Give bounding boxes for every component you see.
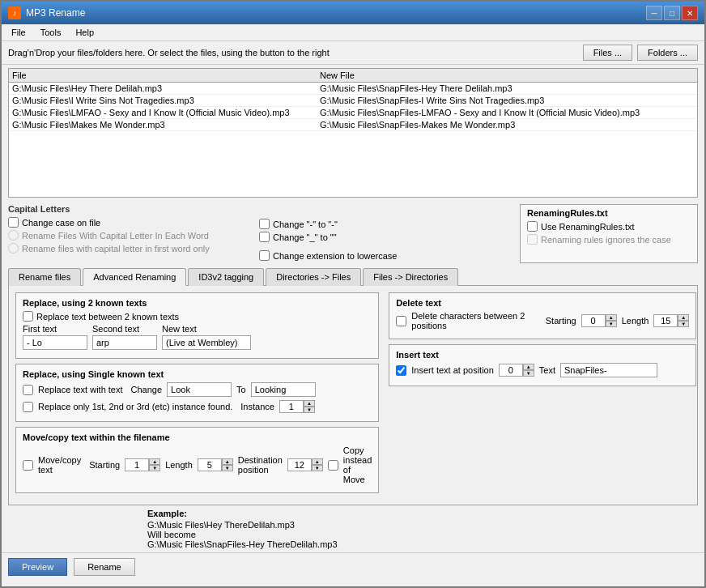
tab-files-to-dir[interactable]: Files -> Directories [363,268,458,286]
instance-spin-down[interactable]: ▼ [304,407,315,413]
length-value-input[interactable] [198,458,222,471]
move-copy-checkbox[interactable] [23,460,33,471]
delete-checkbox[interactable] [396,316,406,326]
dest-spin-down[interactable]: ▼ [312,465,323,471]
table-row[interactable]: G:\Music Files\Makes Me Wonder.mp3 G:\Mu… [9,119,697,131]
insert-position-input[interactable] [499,364,523,377]
rename-first-word-label: Rename files with capital letter in firs… [22,244,210,254]
tab-dir-to-files[interactable]: Directories -> Files [266,268,361,286]
to-value-input[interactable] [251,382,316,397]
middle-options: Change "-" to "-" Change "_" to "" Chang… [259,204,512,263]
menu-file[interactable]: File [5,26,32,39]
change-dash-label: Change "-" to "-" [273,219,338,229]
starting-spin-down[interactable]: ▼ [149,465,160,471]
dest-value-input[interactable] [287,458,312,471]
table-row[interactable]: G:\Music Files\I Write Sins Not Tragedie… [9,95,697,107]
newfile-cell: G:\Music Files\SnapFiles-I Write Sins No… [320,96,694,105]
replace-text-label: Replace text with text [38,385,123,394]
replace-between-checkbox[interactable] [23,311,33,322]
tab-advanced-renaming[interactable]: Advanced Renaming [83,268,186,286]
change-value-input[interactable] [167,382,232,397]
change-dash-checkbox[interactable] [259,219,270,229]
starting-spin-up[interactable]: ▲ [149,458,160,465]
instance-spin-up[interactable]: ▲ [304,400,315,407]
delete-length-down[interactable]: ▼ [678,321,689,327]
table-row[interactable]: G:\Music Files\LMFAO - Sexy and I Know I… [9,107,697,119]
rename-first-word-row: Rename files with capital letter in firs… [8,243,251,254]
delete-length-up[interactable]: ▲ [678,314,689,321]
instance-checkbox[interactable] [23,402,33,412]
main-window: ♪ MP3 Rename ─ □ ✕ File Tools Help Drag'… [0,0,706,588]
titlebar: ♪ MP3 Rename ─ □ ✕ [2,2,704,24]
dest-label: Destination position [238,455,283,475]
ignore-case-checkbox[interactable] [527,234,538,245]
delete-starting-down[interactable]: ▼ [606,321,617,327]
change-underscore-label: Change "_" to "" [273,232,337,242]
instance-spinbox: ▲ ▼ [279,400,315,413]
instance-spinbox-buttons: ▲ ▼ [304,400,315,413]
rename-each-word-label: Rename Files With Capital Letter In Each… [22,231,209,241]
change-extension-label: Change extension to lowercase [273,251,397,261]
change-extension-checkbox[interactable] [259,250,270,261]
insert-pos-up[interactable]: ▲ [523,364,534,370]
app-icon: ♪ [8,6,21,19]
insert-checkbox[interactable] [396,365,406,376]
rename-first-word-radio[interactable] [8,243,19,254]
files-button[interactable]: Files ... [583,45,632,61]
delete-length-buttons: ▲ ▼ [678,314,689,327]
first-text-input[interactable] [23,335,87,350]
delete-title: Delete text [396,298,689,308]
preview-button[interactable]: Preview [8,558,67,576]
file-cell: G:\Music Files\Makes Me Wonder.mp3 [12,120,320,130]
second-text-input[interactable] [92,335,157,350]
new-text-input[interactable] [162,335,251,350]
table-row[interactable]: G:\Music Files\Hey There Delilah.mp3 G:\… [9,83,697,95]
starting-value-input[interactable] [125,458,149,471]
delete-length-input[interactable] [653,314,678,327]
instance-label2: Instance [240,402,274,411]
move-copy-row: Move/copy text Starting ▲ ▼ Length [23,445,372,484]
instance-value-input[interactable] [279,400,304,413]
tabs-header: Rename files Advanced Renaming ID3v2 tag… [8,268,698,286]
use-renaming-rules-checkbox[interactable] [527,221,538,232]
tab-rename-files[interactable]: Rename files [8,268,81,286]
replace-inputs-row: First text Second text New text [23,324,372,350]
close-button[interactable]: ✕ [682,6,698,20]
instance-row: Replace only 1st, 2nd or 3rd (etc) insta… [23,400,372,413]
insert-text-input[interactable] [560,363,657,377]
move-copy-section: Move/copy text within the filename Move/… [15,427,379,493]
change-extension-row: Change extension to lowercase [259,250,512,261]
delete-starting-up[interactable]: ▲ [606,314,617,321]
minimize-button[interactable]: ─ [646,6,662,20]
to-label: To [236,385,246,394]
change-underscore-row: Change "_" to "" [259,232,512,242]
main-content: Drag'n'Drop your files/folders here. Or … [2,41,704,586]
insert-pos-down[interactable]: ▼ [523,370,534,377]
delete-starting-input[interactable] [581,314,606,327]
starting-spinbox-buttons: ▲ ▼ [149,458,160,471]
menubar: File Tools Help [2,24,704,41]
tab-id3v2[interactable]: ID3v2 tagging [188,268,264,286]
menu-help[interactable]: Help [69,26,100,39]
delete-length-label: Length [622,316,649,326]
rename-each-word-radio[interactable] [8,230,19,241]
maximize-button[interactable]: □ [664,6,680,20]
change-case-checkbox[interactable] [8,217,19,228]
length-spin-up[interactable]: ▲ [222,458,233,465]
change-underscore-checkbox[interactable] [259,232,270,242]
rename-button[interactable]: Rename [74,558,135,576]
starting-label: Starting [89,460,120,470]
example-line3: G:\Music Files\SnapFiles-Hey ThereDelila… [147,539,698,549]
ignore-case-label: Renaming rules ignores the case [541,235,671,245]
menu-tools[interactable]: Tools [34,26,68,39]
folders-button[interactable]: Folders ... [637,45,698,61]
example-line2: Will become [147,530,698,539]
file-table: File New File G:\Music Files\Hey There D… [8,68,698,198]
replace-single-title: Replace, using Single known text [23,369,372,379]
newfile-cell: G:\Music Files\SnapFiles-Makes Me Wonder… [320,120,694,130]
tabs-container: Rename files Advanced Renaming ID3v2 tag… [8,268,698,505]
length-spin-down[interactable]: ▼ [222,465,233,471]
replace-text-checkbox[interactable] [23,385,33,395]
copy-instead-checkbox[interactable] [328,460,338,471]
dest-spin-up[interactable]: ▲ [312,458,323,465]
